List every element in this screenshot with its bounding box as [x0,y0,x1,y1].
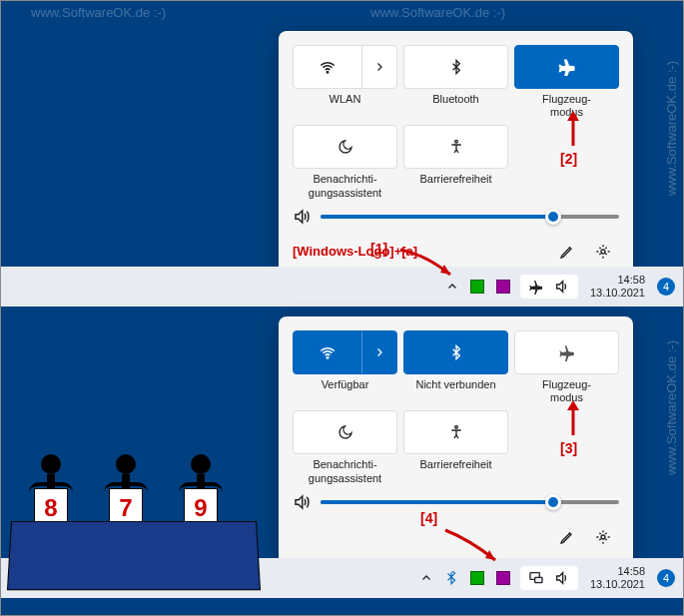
airplane-button[interactable] [514,330,619,374]
notification-badge[interactable]: 4 [657,569,675,587]
bluetooth-icon [448,344,464,360]
taskbar-1: 14:5813.10.2021 4 [1,267,683,307]
tiles-row-2: Verfügbar Nicht verbunden Flugzeug- modu… [293,330,619,485]
watermark: www.SoftwareOK.de :-) [370,5,505,20]
airplane-icon [558,343,576,361]
focus-label: Benachrichti- gungsassistent [309,458,381,484]
clock[interactable]: 14:5813.10.2021 [586,565,649,591]
airplane-label: Flugzeug- modus [542,378,591,404]
accessibility-button[interactable] [403,125,508,169]
edit-button[interactable] [551,236,583,268]
svg-rect-7 [535,577,542,582]
chevron-up-icon [420,572,432,584]
airplane-icon [558,58,576,76]
bluetooth-label: Bluetooth [432,93,478,119]
gear-icon [595,244,611,260]
shortcut-hint: [Windows-Logo]+[a] [293,244,417,259]
watermark: www.SoftwareOK.de :-) [31,5,166,20]
focus-button[interactable] [293,125,397,169]
airplane-icon [528,279,544,295]
pencil-icon [559,244,575,260]
bluetooth-button[interactable] [403,45,508,89]
chevron-right-icon [373,346,385,358]
tray-app-green[interactable] [468,278,486,296]
bluetooth-icon [444,571,458,585]
speaker-icon [293,493,311,511]
network-icon [528,570,544,586]
svg-point-2 [601,250,605,254]
volume-row [293,208,619,226]
accessibility-label: Barrierefreiheit [419,173,491,199]
judges-illustration: 8 7 9 [9,430,259,590]
svg-point-5 [601,535,605,539]
tray-chevron[interactable] [444,279,460,295]
edit-button[interactable] [551,521,583,553]
speaker-icon [554,570,570,586]
svg-point-4 [454,426,457,429]
gear-icon [595,529,611,545]
watermark: www.SoftwareOK.de :-) [664,61,679,196]
bluetooth-label: Nicht verbunden [415,378,495,404]
quick-settings-panel-2: Verfügbar Nicht verbunden Flugzeug- modu… [279,316,633,567]
tray-app-magenta[interactable] [494,569,512,587]
tray-bluetooth[interactable] [442,569,460,587]
wlan-button[interactable] [293,45,397,89]
tiles-row-1: WLAN Bluetooth Flugzeug- modus Benachric… [293,45,619,200]
svg-point-1 [454,141,457,144]
speaker-icon [554,279,570,295]
settings-button[interactable] [587,521,619,553]
wlan-label: WLAN [330,93,361,119]
accessibility-icon [448,139,464,155]
pencil-icon [559,529,575,545]
notification-badge[interactable]: 4 [657,278,675,296]
wifi-icon [319,58,337,76]
tray-app-green[interactable] [468,569,486,587]
volume-slider[interactable] [321,215,619,219]
chevron-up-icon [446,281,458,293]
bluetooth-icon [448,59,464,75]
chevron-right-icon [373,61,385,73]
system-tray-group[interactable] [520,275,578,299]
accessibility-icon [448,424,464,440]
wlan-button[interactable] [293,330,397,374]
settings-button[interactable] [587,236,619,268]
focus-label: Benachrichti- gungsassistent [309,173,381,199]
volume-row [293,493,619,511]
svg-point-3 [327,357,329,359]
tray-app-magenta[interactable] [494,278,512,296]
clock[interactable]: 14:5813.10.2021 [586,274,649,300]
airplane-label: Flugzeug- modus [542,93,591,119]
airplane-button[interactable] [514,45,619,89]
focus-button[interactable] [293,410,397,454]
bluetooth-button[interactable] [403,330,508,374]
moon-icon [338,139,353,155]
tray-chevron[interactable] [418,570,434,586]
speaker-icon [293,208,311,226]
system-tray-group[interactable] [520,566,578,590]
watermark: www.SoftwareOK.de :-) [664,340,679,475]
volume-slider[interactable] [321,500,619,504]
moon-icon [338,424,353,440]
svg-point-0 [327,72,329,74]
accessibility-label: Barrierefreiheit [419,458,491,484]
quick-settings-panel-1: WLAN Bluetooth Flugzeug- modus Benachric… [279,31,633,282]
wlan-label: Verfügbar [322,378,369,404]
accessibility-button[interactable] [403,410,508,454]
wifi-icon [319,343,337,361]
